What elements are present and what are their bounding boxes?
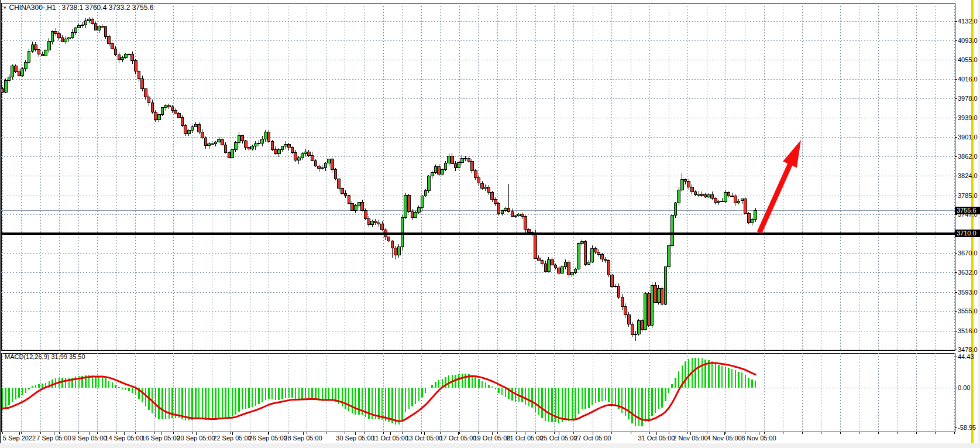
- time-axis-label: 4 Nov 05:00: [707, 435, 741, 442]
- price-axis-label: 3939.0: [958, 114, 978, 122]
- chart-title: ▾CHINA300-,H13738.1 3760.4 3733.2 3755.6: [4, 4, 153, 12]
- time-axis-label: 27 Oct 05:00: [575, 435, 611, 442]
- price-axis-label: 3785.0: [958, 192, 978, 200]
- price-axis-label: 3670.0: [958, 249, 978, 257]
- time-axis-label: 2 Nov 05:00: [673, 435, 707, 442]
- macd-axis-label: 44.43: [958, 353, 974, 361]
- window-left-border: [0, 0, 1, 448]
- ohlc-values-label: 3738.1 3760.4 3733.2 3755.6: [62, 4, 154, 12]
- main-chart-area[interactable]: [1, 3, 955, 350]
- time-axis-label: 17 Oct 05:00: [440, 435, 477, 442]
- price-axis-label: 3555.0: [958, 307, 978, 315]
- support-line[interactable]: [1, 232, 955, 235]
- time-axis-label: 20 Sep 05:00: [177, 435, 215, 442]
- macd-panel-area[interactable]: [1, 353, 955, 432]
- price-axis-label: 3978.0: [958, 95, 978, 102]
- price-axis-label: 4055.0: [958, 56, 978, 64]
- support-price-badge: 3710.0: [955, 230, 980, 237]
- chart-canvas[interactable]: [0, 0, 980, 448]
- price-axis-label: 4132.0: [958, 18, 978, 25]
- time-axis-label: 7 Sep 05:00: [36, 435, 71, 442]
- macd-label: MACD(12,26,9): [5, 353, 49, 360]
- time-axis-label: 8 Nov 05:00: [741, 435, 776, 442]
- time-axis-label: 13 Oct 05:00: [406, 435, 443, 442]
- symbol-timeframe-label: CHINA300-,H1: [9, 4, 56, 12]
- time-axis-label: 22 Sep 05:00: [213, 435, 251, 442]
- macd-axis-label: -58.95: [958, 424, 976, 432]
- time-axis-label: 5 Sep 2022: [3, 435, 36, 442]
- macd-axis-label: 0.00: [958, 384, 970, 392]
- time-axis-label: 11 Oct 05:00: [372, 435, 408, 442]
- macd-indicator-label: MACD(12,26,9) 31.99 35.50: [5, 353, 85, 360]
- time-axis-label: 26 Sep 05:00: [249, 435, 287, 442]
- time-axis-label: 14 Sep 05:00: [105, 435, 143, 442]
- price-axis-label: 3824.0: [958, 172, 978, 180]
- price-axis-label: 4016.0: [958, 76, 978, 83]
- time-axis-label: 19 Oct 05:00: [474, 435, 511, 442]
- price-axis-label: 4093.0: [958, 37, 978, 45]
- macd-main-value: 31.99: [51, 353, 67, 360]
- price-axis-label: 3632.0: [958, 269, 978, 276]
- price-axis-label: 3593.0: [958, 289, 978, 296]
- time-axis-label: 30 Sep 05:00: [336, 435, 374, 442]
- mt4-chart-window: ▾CHINA300-,H13738.1 3760.4 3733.2 3755.6…: [0, 0, 980, 448]
- time-axis-label: 25 Oct 05:00: [541, 435, 577, 442]
- time-axis-label: 16 Sep 05:00: [142, 435, 180, 442]
- price-axis-label: 3901.0: [958, 134, 978, 141]
- bid-price-badge: 3755.6: [955, 207, 980, 214]
- macd-signal-value: 35.50: [69, 353, 85, 360]
- price-axis-label: 3862.0: [958, 153, 978, 160]
- time-axis-label: 21 Oct 05:00: [507, 435, 544, 442]
- time-axis-label: 9 Sep 05:00: [72, 435, 106, 442]
- price-axis-label: 3516.0: [958, 327, 978, 335]
- time-axis-label: 28 Sep 05:00: [284, 435, 322, 442]
- time-axis-label: 31 Oct 05:00: [638, 435, 675, 442]
- chevron-down-icon: ▾: [4, 5, 6, 11]
- yellow-marker-strip: [971, 0, 974, 444]
